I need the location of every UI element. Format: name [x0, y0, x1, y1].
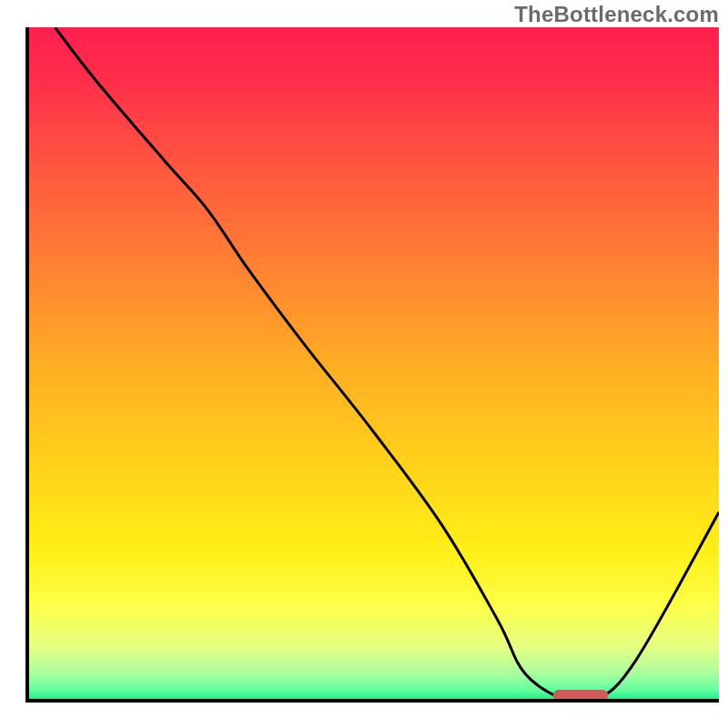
gradient-background [27, 27, 719, 701]
chart-container: TheBottleneck.com [0, 0, 728, 728]
watermark-text: TheBottleneck.com [514, 2, 719, 27]
bottleneck-chart [0, 0, 728, 728]
plot-area [27, 27, 719, 705]
